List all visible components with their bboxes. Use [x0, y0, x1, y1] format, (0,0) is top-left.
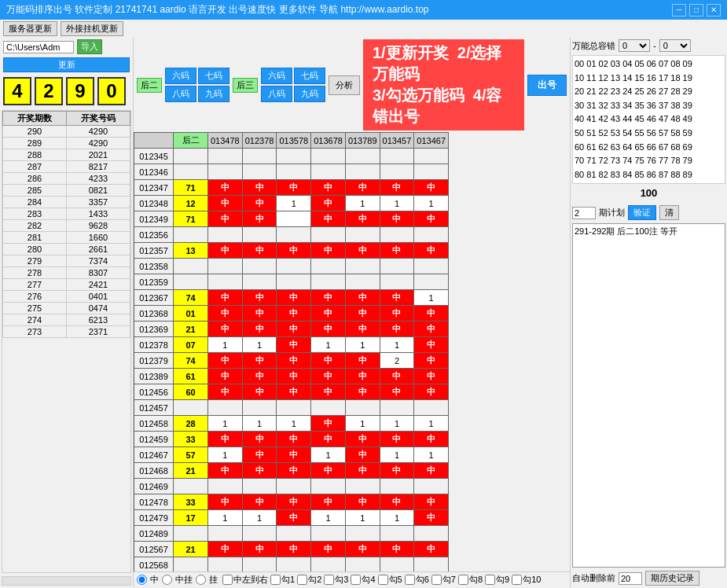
minimize-button[interactable]: ─	[672, 4, 686, 17]
period-cell: 289	[3, 138, 67, 149]
number-cell: 9628	[67, 220, 130, 232]
data-cell: 中	[242, 211, 277, 227]
checkbox-7[interactable]	[431, 575, 442, 585]
path-input[interactable]: C:\Users\Adm	[3, 41, 74, 53]
liu-btn[interactable]: 六码	[165, 68, 196, 84]
import-button[interactable]: 导入	[77, 39, 102, 54]
data-cell: 中	[380, 494, 414, 510]
id-cell: 012368	[134, 306, 174, 322]
checkbox-6[interactable]	[405, 575, 415, 585]
id-cell: 012349	[134, 211, 174, 227]
checkbox-label-1: 勾1	[281, 574, 295, 586]
data-cell	[380, 479, 414, 494]
qi-btn[interactable]: 七码	[198, 68, 229, 84]
id-cell: 012457	[134, 400, 174, 416]
server-update-button[interactable]: 服务器更新	[3, 21, 57, 36]
pos-cell: 07	[174, 337, 208, 353]
data-table-container[interactable]: 后二 013478 012378 013578 013678 013789 01…	[134, 132, 570, 571]
checkbox-1[interactable]	[270, 575, 281, 585]
data-cell: 中	[345, 180, 380, 196]
data-cell	[380, 164, 414, 180]
data-cell: 1	[311, 510, 346, 526]
jiu-btn[interactable]: 九码	[198, 86, 229, 102]
analyze-button[interactable]: 分析	[329, 75, 360, 95]
num-box-0: 4	[3, 77, 31, 105]
tolerance-label: 万能总容错	[572, 40, 615, 52]
radio-gua[interactable]	[196, 575, 206, 585]
history-row: 2797374	[3, 255, 130, 267]
data-cell: 中	[242, 542, 277, 557]
period-cell: 287	[3, 161, 67, 173]
data-cell: 中	[242, 353, 277, 369]
update-button[interactable]: 更新	[3, 57, 130, 72]
maximize-button[interactable]: □	[689, 4, 703, 17]
plan-input[interactable]	[572, 207, 596, 219]
id-cell: 012348	[134, 196, 174, 211]
data-cell: 中	[414, 510, 449, 526]
data-cell	[414, 227, 449, 243]
data-cell	[380, 400, 414, 416]
history-record-button[interactable]: 期历史记录	[645, 571, 699, 586]
table-row: 01234771中中中中中中中	[134, 180, 449, 196]
data-cell	[345, 164, 380, 180]
pos-cell	[174, 227, 208, 243]
table-row: 0124791711中111中	[134, 510, 449, 526]
th-pos: 后二	[174, 133, 208, 149]
checkbox-8[interactable]	[458, 575, 468, 585]
tolerance-select2[interactable]: 0123	[659, 39, 691, 52]
checkbox-0[interactable]	[222, 575, 233, 585]
data-cell: 中	[311, 196, 346, 211]
data-cell: 中	[277, 542, 311, 557]
id-cell: 012568	[134, 557, 174, 572]
jiu2-btn[interactable]: 九码	[294, 86, 325, 102]
data-cell	[311, 274, 346, 290]
auto-del-input[interactable]	[619, 572, 642, 585]
liu2-btn[interactable]: 六码	[261, 68, 292, 84]
data-cell: 中	[380, 306, 414, 322]
out-button[interactable]: 出号	[527, 75, 567, 96]
data-cell: 中	[311, 353, 346, 369]
checkbox-10[interactable]	[512, 575, 522, 585]
checkbox-5[interactable]	[378, 575, 388, 585]
radio-zhong[interactable]	[137, 575, 147, 585]
tolerance-select1[interactable]: 0123	[619, 39, 650, 52]
id-cell: 012367	[134, 290, 174, 306]
data-cell: 中	[311, 542, 346, 557]
data-cell	[345, 227, 380, 243]
data-cell	[242, 479, 277, 494]
checkbox-3[interactable]	[324, 575, 334, 585]
data-cell	[277, 149, 311, 164]
verify-button[interactable]: 验证	[628, 205, 656, 220]
clear-button[interactable]: 清	[659, 205, 679, 220]
data-cell	[277, 259, 311, 274]
number-cell: 0401	[67, 291, 130, 303]
id-cell: 012378	[134, 337, 174, 353]
close-button[interactable]: ✕	[707, 4, 721, 17]
checkbox-2[interactable]	[297, 575, 307, 585]
id-cell: 012346	[134, 164, 174, 180]
number-cell: 0474	[67, 303, 130, 314]
left-scrollbar[interactable]	[2, 576, 131, 586]
table-row: 012568	[134, 557, 449, 572]
history-table: 开奖期数 开奖号码 290429028942902882021287821728…	[2, 110, 131, 573]
data-cell: 中	[311, 290, 346, 306]
radio-zhonggua[interactable]	[162, 575, 172, 585]
id-cell: 012356	[134, 227, 174, 243]
ba-btn[interactable]: 八码	[165, 86, 196, 102]
qi2-btn[interactable]: 七码	[294, 68, 325, 84]
data-cell: 中	[242, 463, 277, 479]
tolerance-row: 万能总容错 0123 - 0123	[572, 39, 725, 52]
outside-update-button[interactable]: 外接挂机更新	[61, 21, 123, 36]
data-cell: 中	[414, 337, 449, 353]
data-cell	[277, 400, 311, 416]
hundred-label: 100	[572, 187, 725, 199]
ba2-btn[interactable]: 八码	[261, 86, 292, 102]
th-col3: 013678	[311, 133, 346, 149]
data-cell	[208, 526, 243, 542]
plan-label2: 期计划	[599, 207, 625, 219]
checkbox-4[interactable]	[351, 575, 361, 585]
data-cell: 1	[414, 416, 449, 432]
checkbox-9[interactable]	[485, 575, 495, 585]
data-cell: 1	[345, 337, 380, 353]
data-cell: 中	[208, 542, 243, 557]
